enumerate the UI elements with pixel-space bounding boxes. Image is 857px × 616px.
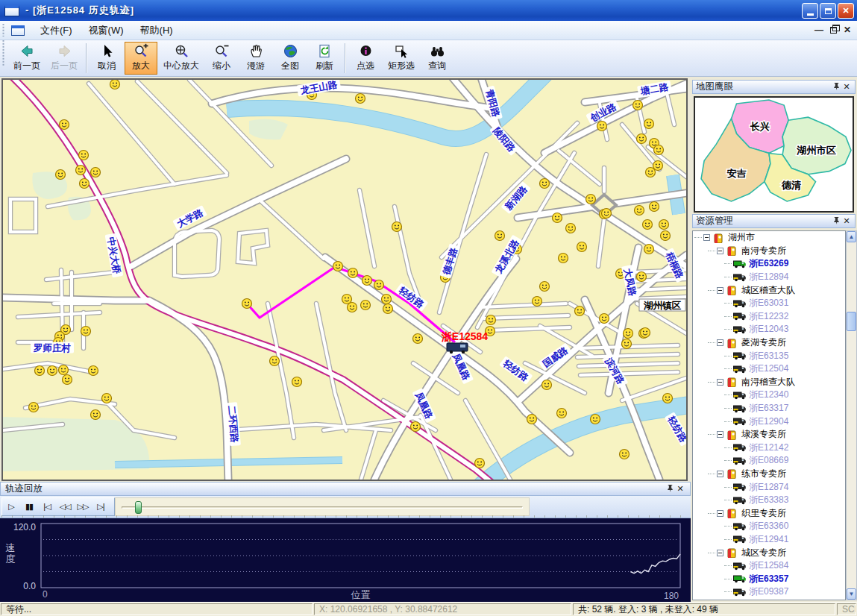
tree-item[interactable]: 浙E12340 [693,389,845,402]
toolbar-button-点选[interactable]: 点选 [349,42,382,75]
smiley-marker[interactable] [91,410,101,420]
toolbar-button-刷新[interactable]: 刷新 [308,42,341,75]
smiley-marker[interactable] [643,220,653,230]
tree-item[interactable]: 南浔稽查大队 [693,376,845,389]
smiley-marker[interactable] [348,268,358,278]
smiley-marker[interactable] [110,80,120,89]
smiley-marker[interactable] [48,366,57,376]
smiley-marker[interactable] [644,245,654,254]
smiley-marker[interactable] [633,101,643,110]
close-icon[interactable]: ✕ [841,217,852,225]
toolbar-button-漫游[interactable]: 漫游 [239,42,272,75]
smiley-marker[interactable] [644,119,654,129]
close-icon[interactable]: ✕ [675,485,685,493]
smiley-marker[interactable] [600,314,609,324]
smiley-marker[interactable] [89,366,98,376]
play-button[interactable]: ▷ [2,502,20,512]
smiley-marker[interactable] [577,242,587,252]
tree-scrollbar[interactable]: ▲ ▼ [846,230,857,600]
smiley-marker[interactable] [292,377,302,387]
scrollbar-thumb[interactable] [847,312,856,331]
menu-file[interactable]: 文件(F) [32,22,81,40]
smiley-marker[interactable] [242,299,252,309]
toolbar-button-缩小[interactable]: 缩小 [205,42,238,75]
smiley-marker[interactable] [597,122,607,131]
expand-toggle-icon[interactable] [717,550,723,556]
pause-button[interactable]: ▮▮ [20,502,38,512]
smiley-marker[interactable] [540,282,550,292]
smiley-marker[interactable] [659,220,669,230]
map-canvas[interactable]: 龙王山路青阳路陵阳路创业路塘二路新湖路德丰路龙溪北路大学路中兴大桥二环西路轻纺路… [3,80,686,480]
smiley-marker[interactable] [91,168,101,177]
smiley-marker[interactable] [382,295,392,304]
smiley-marker[interactable] [361,301,371,310]
mdi-restore-button[interactable] [830,27,837,34]
smiley-marker[interactable] [102,394,112,403]
smiley-marker[interactable] [575,307,585,316]
tree-item[interactable]: 浙E09387 [693,585,845,599]
smiley-marker[interactable] [495,231,505,241]
mdi-minimize-button[interactable]: — [814,25,823,34]
rewind-button[interactable]: ◁◁ [56,502,74,512]
toolbar-button-查询[interactable]: 查询 [421,42,453,75]
smiley-marker[interactable] [540,179,550,189]
smiley-marker[interactable] [333,262,343,271]
smiley-marker[interactable] [624,329,633,339]
playback-slider[interactable] [115,497,530,516]
tree-item[interactable]: 浙E63317 [693,402,845,415]
smiley-marker[interactable] [63,375,72,385]
tree-item[interactable]: 浙E12584 [693,559,845,573]
expand-toggle-icon[interactable] [717,431,723,438]
smiley-marker[interactable] [411,422,421,432]
smiley-marker[interactable] [60,120,69,130]
tree-item[interactable]: 南浔专卖所 [693,245,845,258]
toolbar-button-取消[interactable]: 取消 [90,42,123,75]
toolbar-button-中心放大[interactable]: 中心放大 [159,42,204,75]
tree-item[interactable]: 浙E08669 [693,454,845,468]
toolbar-button-全图[interactable]: 全图 [274,42,307,75]
document-window-icon[interactable] [11,25,25,36]
pin-icon[interactable] [831,82,841,92]
smiley-marker[interactable] [620,450,630,459]
tree-item[interactable]: 城区稽查大队 [693,283,845,297]
smiley-marker[interactable] [362,276,372,286]
tree-item[interactable]: 浙E63360 [693,520,845,533]
expand-toggle-icon[interactable] [717,248,723,254]
tree-item[interactable]: 浙E63135 [693,349,845,362]
expand-toggle-icon[interactable] [717,510,723,517]
smiley-marker[interactable] [383,304,393,314]
smiley-marker[interactable] [637,134,647,144]
menu-help[interactable]: 帮助(H) [132,22,181,40]
tree-item[interactable]: 菱湖专卖所 [693,336,845,350]
smiley-marker[interactable] [654,145,664,155]
close-icon[interactable]: ✕ [841,83,852,91]
smiley-marker[interactable] [413,334,423,344]
pin-icon[interactable] [831,216,841,227]
mdi-close-button[interactable]: ✕ [844,25,851,34]
tree-item[interactable]: 浙E12941 [693,533,845,547]
menubar-grip[interactable] [1,24,5,37]
expand-toggle-icon[interactable] [717,339,723,346]
smiley-marker[interactable] [650,202,659,212]
tree-item[interactable]: 浙E12142 [693,441,845,455]
scroll-down-icon[interactable]: ▼ [847,588,856,600]
expand-toggle-icon[interactable] [717,287,723,294]
title-bar[interactable]: - [浙E12584 历史轨迹] ✕ [0,0,857,21]
smiley-marker[interactable] [557,409,567,418]
tree-item[interactable]: 浙E12894 [693,271,845,284]
smiley-marker[interactable] [374,280,384,290]
smiley-marker[interactable] [81,327,91,336]
tree-item[interactable]: 浙E63357 [693,572,845,585]
smiley-marker[interactable] [29,403,39,412]
smiley-marker[interactable] [622,339,632,349]
tree-item[interactable]: 城区专卖所 [693,546,845,559]
expand-toggle-icon[interactable] [703,234,710,241]
smiley-marker[interactable] [566,224,576,233]
smiley-marker[interactable] [80,179,90,189]
menu-view[interactable]: 视窗(W) [81,22,132,40]
slider-thumb[interactable] [135,501,142,514]
smiley-marker[interactable] [641,328,650,338]
tree-item[interactable]: 织里专卖所 [693,506,845,520]
smiley-marker[interactable] [56,170,66,180]
expand-toggle-icon[interactable] [717,471,723,477]
